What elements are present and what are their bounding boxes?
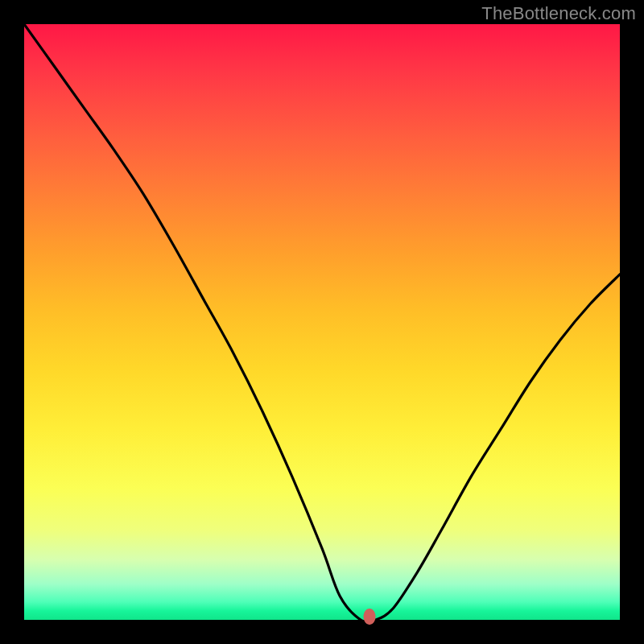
chart-frame: TheBottleneck.com — [0, 0, 644, 644]
watermark-text: TheBottleneck.com — [481, 3, 636, 24]
plot-area — [24, 24, 620, 620]
bottleneck-curve — [24, 24, 620, 620]
bottleneck-marker — [364, 609, 376, 625]
